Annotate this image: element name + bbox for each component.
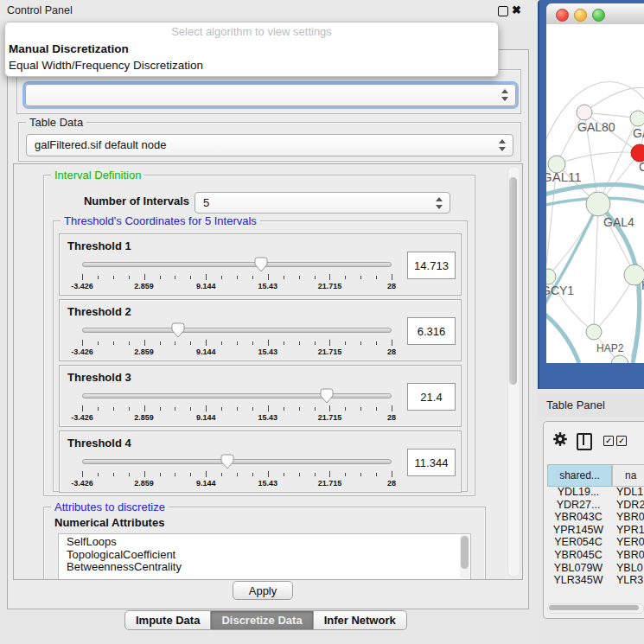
table-hscrollbar[interactable] [547,603,644,614]
tick-mark [329,340,330,346]
tick-mark [360,276,361,279]
threshold-slider[interactable]: -3.4262.8599.14415.4321.71528 [82,386,392,423]
slider-track [82,328,392,333]
tick-mark [175,276,175,279]
tick-mark [190,473,191,476]
network-node-HAP2[interactable] [586,324,602,340]
tick-mark [252,276,253,279]
apply-button[interactable]: Apply [233,581,293,600]
network-edge[interactable] [594,204,598,332]
tick-label: 2.859 [134,413,154,422]
threshold-slider[interactable]: -3.4262.8599.14415.4321.71528 [82,255,392,291]
tick-label: 21.715 [318,282,342,290]
threshold-value-input[interactable] [407,317,456,345]
network-window-titlebar[interactable] [546,3,644,25]
algorithm-combobox[interactable] [25,84,516,106]
threshold-value-input[interactable] [407,383,456,411]
tick-mark [392,340,392,346]
table-row[interactable]: YLR345WYLR3 [547,574,644,587]
table-row[interactable]: YDL19...YDL1 [547,486,644,499]
dropdown-item[interactable]: Equal Width/Frequency Discretization [5,57,498,73]
table-panel-title: Table Panel [546,394,605,417]
minimize-traffic-light[interactable] [574,9,587,22]
tick-mark [329,405,330,411]
threshold-value-input[interactable] [407,449,456,476]
network-view-canvas[interactable]: GAL80GACGAL11GAL4GCY1HHAP2 [546,24,644,363]
network-edge[interactable] [548,204,598,277]
threshold-value-input[interactable] [407,252,456,279]
tick-mark [376,473,377,476]
table-data-combobox[interactable]: galFiltered.sif default node [26,134,513,156]
tab-discretize-data[interactable]: Discretize Data [211,610,313,630]
tick-label: 28 [387,282,396,290]
node-label: GCY1 [546,284,574,297]
column-header-name[interactable]: na [612,464,644,487]
threshold-slider[interactable]: -3.4262.8599.14415.4321.71528 [82,452,392,488]
table-row[interactable]: YBR045CYBR0 [547,549,644,562]
tick-mark [376,341,377,345]
network-edge[interactable] [546,311,579,363]
scrollbar-thumb[interactable] [509,177,517,385]
panel-scrollbar[interactable] [507,166,520,577]
gear-icon[interactable] [552,431,568,447]
tab-infer-network[interactable]: Infer Network [314,610,407,630]
tick-mark [190,407,191,411]
slider-thumb[interactable] [220,454,234,469]
network-node-GAL80[interactable] [577,105,592,120]
network-node-GA[interactable] [630,111,644,126]
tick-label: 15.43 [258,282,278,290]
tick-label: 9.144 [196,413,216,422]
dropdown-item[interactable]: Manual Discretization [5,41,498,57]
column-header-shared[interactable]: shared... [547,464,612,487]
checkbox-icon[interactable]: ✓ [603,436,614,446]
tick-mark [221,473,222,476]
slider-track [82,393,392,399]
tick-mark [206,471,207,477]
attribute-list-item[interactable]: SelfLoops [67,536,470,549]
table-row[interactable]: YER054CYER0 [547,536,644,549]
tick-label: 21.715 [318,479,342,488]
attribute-list-item[interactable]: BetweennessCentrality [67,561,470,574]
network-node-GCY1[interactable] [546,269,556,284]
tick-mark [360,341,361,345]
tab-impute-data[interactable]: Impute Data [124,610,211,630]
scrollbar-thumb[interactable] [549,605,639,610]
network-node-C[interactable] [631,144,644,162]
zoom-traffic-light[interactable] [592,9,605,22]
table-row[interactable]: YPR145WYPR1 [547,524,644,537]
threshold-list: Threshold 1-3.4262.8599.14415.4321.71528… [59,233,462,496]
tick-mark [237,276,238,279]
table-row[interactable]: YIL052CYIL0 [547,587,644,588]
tick-label: 21.715 [318,413,342,422]
close-traffic-light[interactable] [556,9,569,22]
number-of-intervals-combobox[interactable]: 5 [194,192,450,214]
tick-mark [329,274,330,280]
tick-mark [113,276,114,279]
table-row[interactable]: YBL079WYBL0 [547,562,644,575]
slider-thumb[interactable] [320,388,334,404]
tick-label: 28 [387,413,396,422]
tick-mark [206,274,207,280]
scrollbar-thumb[interactable] [461,536,469,569]
tick-mark [345,473,346,476]
tick-mark [175,341,175,345]
table-row[interactable]: YDR27...YDR2 [547,499,644,512]
slider-thumb[interactable] [254,257,268,272]
list-scrollbar[interactable] [460,535,469,578]
cell-name: YDR2 [616,499,644,511]
attribute-list-item[interactable]: TopologicalCoefficient [67,549,470,562]
checkbox-icon[interactable]: ✓ [616,436,627,446]
threshold-slider[interactable]: -3.4262.8599.14415.4321.71528 [82,321,392,357]
slider-thumb[interactable] [171,322,185,338]
network-edge[interactable] [584,87,644,112]
tick-mark [144,405,145,411]
tick-mark [98,276,99,279]
tick-mark [82,405,83,411]
close-icon[interactable]: ✖ [512,3,521,16]
network-node-GAL4[interactable] [586,192,610,216]
float-window-icon[interactable] [498,6,508,16]
split-column-icon[interactable] [577,433,592,450]
network-edge[interactable] [557,152,640,164]
tick-mark [252,473,253,476]
table-row[interactable]: YBR043CYBR0 [547,511,644,524]
